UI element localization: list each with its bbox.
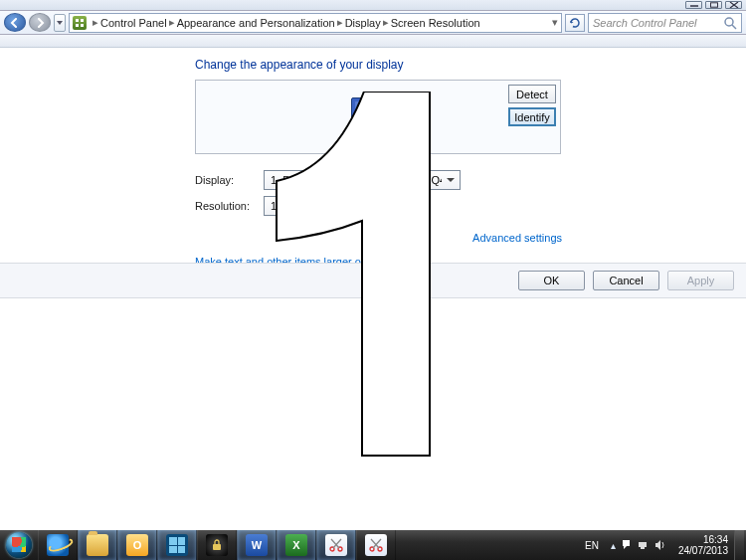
excel-icon: X <box>285 534 307 556</box>
scissors-icon <box>365 534 387 556</box>
system-tray: EN ▴ 16:34 24/07/2013 <box>579 530 746 560</box>
taskbar-lock[interactable] <box>197 530 237 560</box>
volume-icon[interactable] <box>654 539 666 551</box>
history-dropdown-button[interactable] <box>54 14 66 32</box>
clock-time: 16:34 <box>678 534 728 546</box>
ok-button[interactable]: OK <box>518 271 585 290</box>
tray-chevron-up-icon[interactable]: ▴ <box>611 540 616 551</box>
display-dropdown[interactable]: 1. Dell P1911(Digital) on Intel(R) Q45/Q… <box>264 170 461 190</box>
svg-rect-5 <box>81 24 84 27</box>
taskbar-snipping[interactable] <box>316 530 356 560</box>
maximize-button[interactable] <box>705 1 722 9</box>
clock[interactable]: 16:34 24/07/2013 <box>672 534 734 557</box>
resolution-label: Resolution: <box>195 200 264 212</box>
folder-icon <box>87 534 108 556</box>
chevron-right-icon[interactable]: ▸ <box>381 16 391 29</box>
search-icon <box>723 16 737 30</box>
chevron-right-icon[interactable]: ▸ <box>335 16 345 29</box>
chevron-down-icon[interactable]: ▾ <box>552 16 558 29</box>
refresh-button[interactable] <box>565 14 585 32</box>
svg-rect-1 <box>710 3 717 7</box>
close-button[interactable] <box>725 1 742 9</box>
clock-date: 24/07/2013 <box>678 545 728 557</box>
taskbar-app-a[interactable] <box>157 530 197 560</box>
start-button[interactable] <box>0 530 38 560</box>
advanced-settings-link[interactable]: Advanced settings <box>472 232 562 244</box>
action-center-icon[interactable] <box>621 539 633 551</box>
word-icon: W <box>246 534 268 556</box>
address-box[interactable]: ▸ Control Panel ▸ Appearance and Persona… <box>69 13 562 33</box>
minimize-button[interactable] <box>685 1 702 9</box>
monitor-number-badge: 1 <box>366 105 390 129</box>
taskbar-outlook[interactable]: O <box>117 530 157 560</box>
resolution-dropdown[interactable]: 1152 × 864 <box>264 196 403 216</box>
display-value: 1. Dell P1911(Digital) on Intel(R) Q45/Q… <box>271 174 442 186</box>
taskbar-excel[interactable]: X <box>277 530 316 560</box>
detect-button[interactable]: Detect <box>508 85 556 103</box>
show-desktop-button[interactable] <box>734 530 744 560</box>
back-button[interactable] <box>4 13 26 32</box>
breadcrumb-control-panel[interactable]: Control Panel <box>100 17 167 29</box>
scissors-icon <box>325 534 347 556</box>
taskbar-ie[interactable] <box>38 530 78 560</box>
resolution-value: 1152 × 864 <box>271 200 325 212</box>
svg-line-7 <box>732 25 736 29</box>
outlook-icon: O <box>126 534 148 556</box>
taskbar-snipping-2[interactable] <box>356 530 396 560</box>
svg-rect-2 <box>76 19 79 22</box>
breadcrumb-display[interactable]: Display <box>345 17 381 29</box>
taskbar-pinned: O W X <box>38 530 396 560</box>
language-indicator[interactable]: EN <box>579 540 605 551</box>
window-titlebar <box>0 0 746 11</box>
lock-icon <box>206 534 228 556</box>
ie-icon <box>47 534 69 556</box>
svg-rect-3 <box>81 19 84 22</box>
control-panel-icon <box>73 16 87 30</box>
monitor-thumbnail[interactable]: 1 <box>351 97 405 137</box>
taskbar-explorer[interactable] <box>78 530 117 560</box>
svg-rect-13 <box>639 542 647 547</box>
chevron-right-icon[interactable]: ▸ <box>91 16 100 29</box>
windows-app-icon <box>166 534 188 556</box>
main-content: Change the appearance of your display 1 … <box>0 48 746 284</box>
taskbar: O W X EN ▴ 16:34 24/07/2013 <box>0 530 746 560</box>
toolbar <box>0 35 746 48</box>
windows-orb-icon <box>6 532 32 558</box>
cancel-button[interactable]: Cancel <box>593 271 659 290</box>
search-placeholder: Search Control Panel <box>593 17 697 29</box>
breadcrumb-appearance[interactable]: Appearance and Personalization <box>177 17 335 29</box>
svg-rect-8 <box>213 544 221 550</box>
search-input[interactable]: Search Control Panel <box>588 13 742 33</box>
identify-button[interactable]: Identify <box>508 107 556 126</box>
network-icon[interactable] <box>638 539 650 551</box>
display-label: Display: <box>195 174 264 186</box>
svg-point-6 <box>725 18 733 26</box>
chevron-right-icon[interactable]: ▸ <box>167 16 177 29</box>
svg-rect-4 <box>76 24 79 27</box>
taskbar-word[interactable]: W <box>237 530 277 560</box>
page-title: Change the appearance of your display <box>195 58 734 72</box>
button-bar: OK Cancel Apply <box>0 263 746 298</box>
breadcrumb-screen-resolution[interactable]: Screen Resolution <box>391 17 480 29</box>
address-bar: ▸ Control Panel ▸ Appearance and Persona… <box>0 11 746 35</box>
apply-button: Apply <box>667 271 734 290</box>
display-arrangement-box[interactable]: 1 Detect Identify <box>195 80 561 154</box>
forward-button[interactable] <box>29 13 51 32</box>
svg-rect-14 <box>641 547 645 549</box>
